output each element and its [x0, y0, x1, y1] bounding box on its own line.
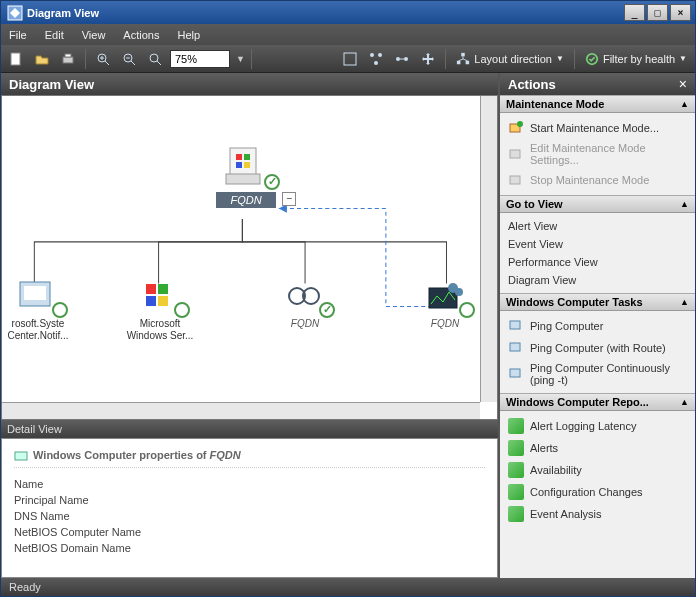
svg-rect-31: [244, 154, 250, 160]
zoom-fit-icon[interactable]: [144, 48, 166, 70]
filter-health-label: Filter by health: [603, 53, 675, 65]
svg-rect-49: [510, 150, 520, 158]
filter-health-dropdown[interactable]: Filter by health ▼: [581, 52, 691, 66]
section-reports[interactable]: Windows Computer Repo... ▲: [500, 393, 695, 411]
property-row: NetBIOS Computer Name: [14, 524, 485, 540]
diagram-child-node[interactable]: FQDN: [410, 278, 480, 330]
move-icon[interactable]: [417, 48, 439, 70]
health-icon: [52, 302, 68, 318]
fit-screen-icon[interactable]: [339, 48, 361, 70]
relayout-icon[interactable]: [391, 48, 413, 70]
actions-close-icon[interactable]: ×: [679, 76, 687, 92]
action-label: Start Maintenance Mode...: [530, 122, 659, 134]
report-alerts[interactable]: Alerts: [500, 437, 695, 459]
report-alert-logging[interactable]: Alert Logging Latency: [500, 415, 695, 437]
task-ping-t[interactable]: Ping Computer Continuously (ping -t): [500, 359, 695, 389]
chevron-up-icon: ▲: [680, 397, 689, 407]
report-availability[interactable]: Availability: [500, 459, 695, 481]
property-row: NetBIOS Domain Name: [14, 540, 485, 556]
task-ping-route[interactable]: Ping Computer (with Route): [500, 337, 695, 359]
svg-point-16: [374, 61, 378, 65]
node-label: Windows Ser...: [127, 330, 194, 341]
section-tasks[interactable]: Windows Computer Tasks ▲: [500, 293, 695, 311]
edit-maintenance-action: Edit Maintenance Mode Settings...: [500, 139, 695, 169]
actions-title: Actions: [508, 77, 556, 92]
collapse-button[interactable]: −: [282, 192, 296, 206]
titlebar[interactable]: Diagram View _ □ ×: [1, 1, 695, 24]
task-ping[interactable]: Ping Computer: [500, 315, 695, 337]
report-icon: [508, 440, 524, 456]
diagram-child-node[interactable]: rosoft.SysteCenter.Notif...: [2, 278, 74, 342]
health-ok-icon: [264, 174, 280, 190]
chevron-up-icon: ▲: [680, 199, 689, 209]
menu-actions[interactable]: Actions: [123, 29, 159, 41]
horizontal-scrollbar[interactable]: [2, 402, 480, 419]
menu-help[interactable]: Help: [177, 29, 200, 41]
close-button[interactable]: ×: [670, 4, 691, 21]
diagram-root-node[interactable]: FQDN −: [216, 146, 276, 208]
autolayout-icon[interactable]: [365, 48, 387, 70]
print-icon[interactable]: [57, 48, 79, 70]
open-icon[interactable]: [31, 48, 53, 70]
property-row: Name: [14, 476, 485, 492]
node-label: FQDN: [291, 318, 319, 329]
report-event-analysis[interactable]: Event Analysis: [500, 503, 695, 525]
actions-header: Actions ×: [500, 73, 695, 95]
stop-maintenance-action: Stop Maintenance Mode: [500, 169, 695, 191]
vertical-scrollbar[interactable]: [480, 96, 497, 402]
zoom-in-icon[interactable]: [92, 48, 114, 70]
new-icon[interactable]: [5, 48, 27, 70]
menu-edit[interactable]: Edit: [45, 29, 64, 41]
maintenance-icon: [508, 120, 524, 136]
zoom-field[interactable]: 75%: [170, 50, 230, 68]
svg-rect-29: [226, 174, 260, 184]
actions-pane: Actions × Maintenance Mode ▲ Start Maint…: [498, 73, 695, 578]
node-label: rosoft.Syste: [12, 318, 65, 329]
node-label: Center.Notif...: [7, 330, 68, 341]
section-label: Windows Computer Tasks: [506, 296, 643, 308]
svg-rect-37: [158, 284, 168, 294]
report-icon: [508, 462, 524, 478]
property-row: Principal Name: [14, 492, 485, 508]
detail-header-label: Detail View: [7, 423, 62, 435]
start-maintenance-action[interactable]: Start Maintenance Mode...: [500, 117, 695, 139]
menu-file[interactable]: File: [9, 29, 27, 41]
svg-rect-1: [11, 53, 20, 65]
svg-point-18: [404, 57, 408, 61]
statusbar: Ready: [1, 578, 695, 596]
section-goto[interactable]: Go to View ▲: [500, 195, 695, 213]
svg-rect-50: [510, 176, 520, 184]
svg-rect-3: [65, 54, 71, 57]
action-label: Diagram View: [508, 274, 576, 286]
goto-performance-view[interactable]: Performance View: [500, 253, 695, 271]
minimize-button[interactable]: _: [624, 4, 645, 21]
maximize-button[interactable]: □: [647, 4, 668, 21]
action-label: Configuration Changes: [530, 486, 643, 498]
diagram-title: Diagram View: [9, 77, 94, 92]
section-maintenance[interactable]: Maintenance Mode ▲: [500, 95, 695, 113]
svg-rect-2: [63, 57, 73, 63]
action-label: Alerts: [530, 442, 558, 454]
svg-rect-20: [462, 52, 466, 56]
svg-point-14: [370, 53, 374, 57]
stop-icon: [508, 172, 524, 188]
report-config-changes[interactable]: Configuration Changes: [500, 481, 695, 503]
diagram-child-node[interactable]: FQDN: [270, 278, 340, 330]
goto-diagram-view[interactable]: Diagram View: [500, 271, 695, 289]
node-label: Microsoft: [140, 318, 181, 329]
toolbar: 75% ▼ Layout direction ▼ Filter by healt…: [1, 45, 695, 73]
chevron-up-icon: ▲: [680, 99, 689, 109]
zoom-out-icon[interactable]: [118, 48, 140, 70]
diagram-canvas[interactable]: FQDN − rosoft.SysteCenter.Notif...: [1, 95, 498, 420]
layout-direction-dropdown[interactable]: Layout direction ▼: [452, 52, 568, 66]
diagram-child-node[interactable]: MicrosoftWindows Ser...: [120, 278, 200, 342]
report-icon: [508, 506, 524, 522]
action-label: Stop Maintenance Mode: [530, 174, 649, 186]
menu-view[interactable]: View: [82, 29, 106, 41]
detail-title-prefix: Windows Computer properties of: [33, 449, 206, 461]
goto-event-view[interactable]: Event View: [500, 235, 695, 253]
goto-alert-view[interactable]: Alert View: [500, 217, 695, 235]
zoom-dropdown-icon[interactable]: ▼: [236, 54, 245, 64]
action-label: Alert Logging Latency: [530, 420, 636, 432]
svg-rect-39: [158, 296, 168, 306]
